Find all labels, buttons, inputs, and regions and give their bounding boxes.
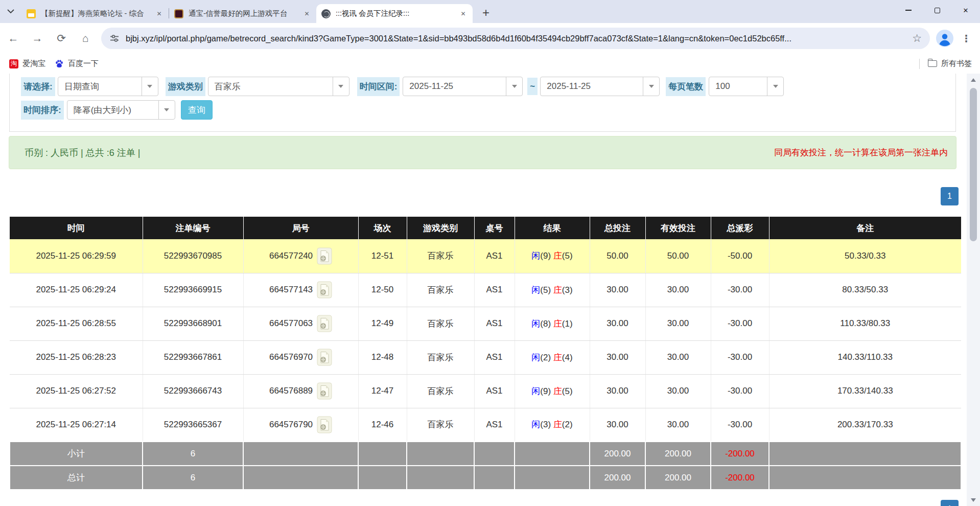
date-from-select[interactable]: 2025-11-25 [403,77,523,96]
video-replay-icon[interactable] [317,315,332,332]
summary-bar: 币别 : 人民币 | 总共 :6 注单 | 同局有效投注，统一计算在该局第一张注… [9,136,956,169]
bet-table-body: 2025-11-25 06:29:59522993670985664577240… [10,239,961,490]
baidu-icon [55,59,64,68]
sum-total-bet: 200.00 [590,466,645,490]
bet-table: 时间 注单编号 局号 场次 游戏类别 桌号 结果 总投注 有效投注 总派彩 备注… [9,217,962,490]
bet-records-page: 请选择: 日期查询 游戏类别 百家乐 时间区间: 2025-11-25 ~ 20… [0,74,967,506]
sum-empty [515,466,590,490]
total-row: 总计6200.00200.00-200.00 [10,466,961,490]
video-replay-icon[interactable] [317,247,332,265]
query-type-select[interactable]: 日期查询 [58,77,158,96]
sort-select[interactable]: 降幂(由大到小) [67,100,175,120]
tab-search-chevron-icon[interactable] [0,0,21,23]
sum-empty [243,442,358,466]
cell-time: 2025-11-25 06:27:52 [10,374,143,408]
video-replay-icon[interactable] [317,349,332,366]
cell-valid-bet: 50.00 [645,239,711,273]
bookmark-star-icon[interactable]: ☆ [912,32,922,44]
cell-result: 闲(5) 庄(3) [515,273,590,307]
browser-menu-icon[interactable]: ⋮ [959,33,974,44]
col-remark: 备注 [769,217,961,239]
bet-row: 2025-11-25 06:27:14522993665367664576790… [10,408,961,442]
chevron-down-icon [142,77,158,96]
chevron-down-icon [767,77,783,96]
col-valid-bet: 有效投注 [645,217,711,239]
cell-round-no: 664577143 [243,273,358,307]
sum-empty [474,442,515,466]
cell-remark: 200.33/170.33 [769,408,961,442]
home-icon[interactable]: ⌂ [75,28,96,49]
chevron-down-icon [506,77,522,96]
scrollbar-thumb[interactable] [970,88,977,241]
window-close-button[interactable]: ✕ [951,0,980,20]
tab-tongbao[interactable]: 通宝-信誉最好的网上游戏平台 ✕ [169,4,316,23]
cell-game-type: 百家乐 [407,239,474,273]
search-button[interactable]: 查询 [181,100,213,120]
tab-bet-records[interactable]: :::视讯 会员下注纪录::: ✕ [316,4,473,23]
site-settings-tune-icon[interactable] [109,33,120,43]
pagination-page-1[interactable]: 1 [941,187,959,205]
page-scrollbar[interactable] [967,74,980,506]
tab-title: 【新提醒】海燕策略论坛 - 综合 [41,9,151,18]
cell-remark: 80.33/50.33 [769,273,961,307]
pagination-page-1-bottom[interactable]: 1 [941,500,959,506]
cell-bet-no: 522993670985 [143,239,243,273]
cell-round-no: 664576970 [243,340,358,374]
game-type-select[interactable]: 百家乐 [208,77,349,96]
window-controls: ✕ [894,0,980,20]
sort-value: 降幂(由大到小) [74,104,131,116]
scroll-down-icon[interactable] [967,495,980,505]
tab-forum[interactable]: 【新提醒】海燕策略论坛 - 综合 ✕ [21,4,169,23]
close-icon[interactable]: ✕ [459,9,468,18]
bookmark-label: 百度一下 [68,59,99,68]
forward-icon[interactable]: → [27,28,48,49]
cell-bet-no: 522993667861 [143,340,243,374]
cell-table-no: AS1 [474,408,515,442]
cell-remark: 110.33/80.33 [769,307,961,340]
video-replay-icon[interactable] [317,281,332,298]
cell-payout: -30.00 [711,408,769,442]
browser-tab-strip: 【新提醒】海燕策略论坛 - 综合 ✕ 通宝-信誉最好的网上游戏平台 ✕ :::视… [0,0,980,23]
page-size-select[interactable]: 100 [709,77,784,96]
profile-avatar[interactable] [936,30,953,47]
address-bar[interactable]: bjbj.xyz/ipl/portal.php/game/betrecord_s… [101,28,930,49]
date-to-select[interactable]: 2025-11-25 [540,77,660,96]
window-minimize-button[interactable] [894,0,923,20]
close-icon[interactable]: ✕ [155,9,164,18]
all-bookmarks[interactable]: 所有书签 [919,59,980,69]
window-maximize-button[interactable] [923,0,951,20]
cell-table-no: AS1 [474,273,515,307]
page-size-label: 每页笔数 [666,77,706,96]
cell-round-no: 664577240 [243,239,358,273]
video-replay-icon[interactable] [317,416,332,433]
col-game-type: 游戏类别 [407,217,474,239]
filter-panel: 请选择: 日期查询 游戏类别 百家乐 时间区间: 2025-11-25 ~ 20… [9,74,956,132]
date-range-tilde: ~ [527,78,538,95]
url-text[interactable]: bjbj.xyz/ipl/portal.php/game/betrecord_s… [126,34,907,43]
chevron-down-icon [158,101,175,119]
col-bet-no: 注单编号 [143,217,243,239]
date-range-label: 时间区间: [357,77,400,96]
back-icon[interactable]: ← [3,28,24,49]
cell-valid-bet: 30.00 [645,307,711,340]
cell-payout: -50.00 [711,239,769,273]
sum-empty [769,466,961,490]
sum-count: 6 [143,466,243,490]
divider [919,59,920,69]
close-icon[interactable]: ✕ [302,9,311,18]
bookmark-aitaobao[interactable]: 淘 爱淘宝 [9,59,45,68]
bookmark-baidu[interactable]: 百度一下 [55,59,99,68]
scroll-up-icon[interactable] [967,75,980,85]
taobao-icon: 淘 [9,59,18,68]
new-tab-button[interactable]: + [478,5,494,21]
video-replay-icon[interactable] [317,382,332,400]
col-total-bet: 总投注 [590,217,645,239]
date-to-value: 2025-11-25 [547,81,591,91]
cell-game-type: 百家乐 [407,340,474,374]
cell-valid-bet: 30.00 [645,273,711,307]
bet-table-header-row: 时间 注单编号 局号 场次 游戏类别 桌号 结果 总投注 有效投注 总派彩 备注 [10,217,961,239]
cell-valid-bet: 30.00 [645,340,711,374]
game-type-value: 百家乐 [215,81,241,93]
cell-remark: 140.33/110.33 [769,340,961,374]
reload-icon[interactable]: ⟳ [51,28,72,49]
